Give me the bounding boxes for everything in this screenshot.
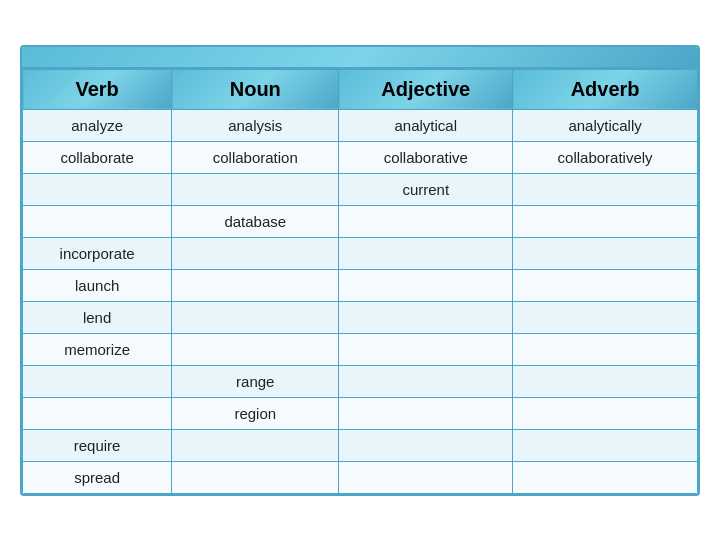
column-header-adjective: Adjective [339,69,513,109]
table-cell: incorporate [23,237,172,269]
column-header-noun: Noun [172,69,339,109]
table-row: incorporate [23,237,698,269]
column-header-verb: Verb [23,69,172,109]
table-cell [339,429,513,461]
table-row: collaboratecollaborationcollaborativecol… [23,141,698,173]
table-cell: analyze [23,109,172,141]
table-cell [513,173,698,205]
table-cell: memorize [23,333,172,365]
table-cell: collaboratively [513,141,698,173]
table-cell: collaborative [339,141,513,173]
table-cell [513,461,698,493]
table-row: require [23,429,698,461]
table-cell: lend [23,301,172,333]
table-cell [172,429,339,461]
table-cell [513,397,698,429]
table-row: current [23,173,698,205]
table-cell: spread [23,461,172,493]
table-cell: region [172,397,339,429]
table-cell [513,365,698,397]
table-cell [23,365,172,397]
table-cell: database [172,205,339,237]
table-cell: analytically [513,109,698,141]
header-row: VerbNounAdjectiveAdverb [23,69,698,109]
table-row: database [23,205,698,237]
table-cell [23,397,172,429]
table-cell [339,333,513,365]
table-cell: collaboration [172,141,339,173]
table-body: analyzeanalysisanalyticalanalyticallycol… [23,109,698,493]
table-cell [339,237,513,269]
table-cell [172,237,339,269]
table-row: memorize [23,333,698,365]
table-row: spread [23,461,698,493]
table-cell: range [172,365,339,397]
table-cell [339,205,513,237]
table-row: launch [23,269,698,301]
table-cell [172,269,339,301]
table-cell [513,429,698,461]
table-cell: analytical [339,109,513,141]
table-row: analyzeanalysisanalyticalanalytically [23,109,698,141]
table-row: range [23,365,698,397]
table-cell [513,301,698,333]
table-cell [513,237,698,269]
table-title [22,47,698,69]
table-cell [172,461,339,493]
table-cell: current [339,173,513,205]
table-cell [172,301,339,333]
table-cell [339,365,513,397]
table-cell [339,301,513,333]
table-cell: analysis [172,109,339,141]
table-row: lend [23,301,698,333]
table-cell [23,173,172,205]
table-cell [513,333,698,365]
table-cell [23,205,172,237]
table-cell [172,173,339,205]
table-cell [172,333,339,365]
table-cell: collaborate [23,141,172,173]
table-cell [339,269,513,301]
table-cell [339,397,513,429]
table-cell [339,461,513,493]
table-row: region [23,397,698,429]
word-formation-table: VerbNounAdjectiveAdverb analyzeanalysisa… [20,45,700,496]
table-cell: launch [23,269,172,301]
column-header-adverb: Adverb [513,69,698,109]
table-cell [513,205,698,237]
table-cell: require [23,429,172,461]
table-cell [513,269,698,301]
